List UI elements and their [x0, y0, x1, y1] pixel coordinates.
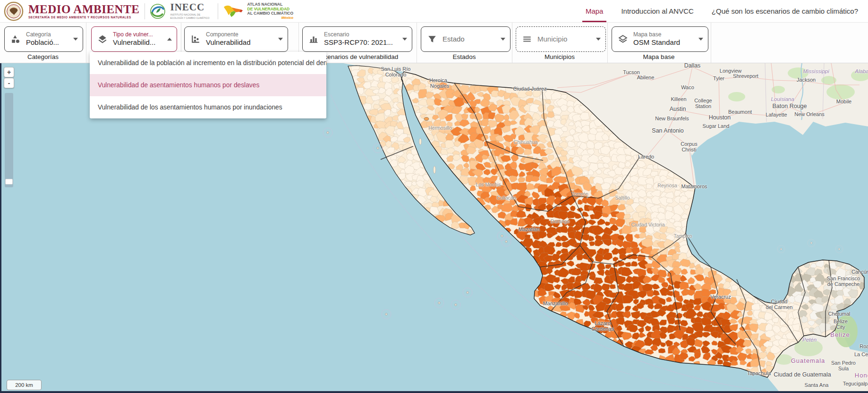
- medio-ambiente-logo[interactable]: MEDIO AMBIENTE SECRETARÍA DE MEDIO AMBIE…: [28, 3, 140, 19]
- nav-item-escenarios[interactable]: ¿Qué son los escenarios de cambio climát…: [703, 0, 867, 22]
- vulnerability-type-menu: Vulnerabilidad de la población al increm…: [90, 52, 326, 118]
- tipo-vulnerabilidad-dropdown[interactable]: Tipo de vulner... Vulnerabilid...: [91, 26, 177, 52]
- categoria-value: Població...: [26, 38, 68, 47]
- chevron-down-icon: [596, 38, 601, 41]
- caption-mapa-base: Mapa base: [643, 53, 675, 60]
- brand-divider: [145, 3, 145, 19]
- nav-item-introduccion[interactable]: Introduccion al ANVCC: [612, 0, 702, 22]
- chevron-down-icon: [698, 38, 703, 41]
- caption-categorias: Categorías: [27, 53, 59, 60]
- zoom-slider-track[interactable]: [5, 93, 13, 187]
- caption-municipios: Municipios: [545, 53, 575, 60]
- inecc-subtitle: INSTITUTO NACIONAL DE ECOLOGÍA Y CAMBIO …: [170, 13, 213, 20]
- window-left-edge: [0, 63, 1, 393]
- inecc-title: INECC: [170, 2, 213, 12]
- section-divider: [711, 22, 711, 63]
- funnel-icon: [427, 34, 437, 44]
- categoria-label: Categoría: [26, 31, 68, 38]
- semarnat-seal-icon: [4, 1, 24, 21]
- menu-item-inundaciones[interactable]: Vulnerabilidad de los asentamientos huma…: [90, 96, 326, 118]
- nav-links: Mapa Introduccion al ANVCC ¿Qué son los …: [577, 0, 867, 22]
- atlas-mexico-icon: [223, 4, 245, 19]
- scale-bar: 200 km: [7, 380, 42, 390]
- componente-dropdown[interactable]: Componente Vulnerabilidad: [184, 26, 288, 52]
- caption-escenarios: Escenarios de vulnerabilidad: [317, 53, 399, 60]
- mapa-base-label: Mapa base: [633, 31, 694, 38]
- inecc-logo-icon: [150, 3, 166, 19]
- escenario-label: Escenario: [324, 31, 398, 38]
- section-divider: [86, 22, 86, 63]
- scatter-icon: [191, 34, 200, 44]
- chevron-down-icon: [501, 38, 505, 41]
- chevron-down-icon: [402, 38, 407, 41]
- brand-row: MEDIO AMBIENTE SECRETARÍA DE MEDIO AMBIE…: [4, 0, 293, 22]
- zoom-slider-handle[interactable]: [5, 179, 13, 184]
- zoom-out-button[interactable]: -: [4, 78, 14, 88]
- window-bottom-edge: [0, 391, 868, 393]
- menu-item-deslaves[interactable]: Vulnerabilidad de asentamientos humanos …: [90, 74, 326, 96]
- chevron-down-icon: [278, 38, 283, 41]
- atlas-line4: México: [247, 16, 294, 20]
- top-nav: MEDIO AMBIENTE SECRETARÍA DE MEDIO AMBIE…: [0, 0, 868, 23]
- layers-icon: [98, 34, 107, 44]
- basemap-icon: [618, 34, 628, 44]
- estado-dropdown[interactable]: Estado: [421, 26, 511, 52]
- caption-estados: Estados: [453, 53, 476, 60]
- estado-value: Estado: [443, 35, 465, 43]
- inecc-logo[interactable]: INECC INSTITUTO NACIONAL DE ECOLOGÍA Y C…: [170, 2, 213, 20]
- menu-item-dengue[interactable]: Vulnerabilidad de la población al increm…: [90, 52, 326, 74]
- escenario-value: SSP3-RCP70: 2021...: [324, 38, 398, 47]
- medio-ambiente-title: MEDIO AMBIENTE: [28, 3, 140, 15]
- tipo-value: Vulnerabilid...: [113, 38, 162, 47]
- bar-chart-icon: [309, 34, 318, 44]
- atlas-logo[interactable]: ATLAS NACIONAL DE VULNERABILIDAD AL CAMB…: [223, 2, 294, 20]
- section-divider: [417, 22, 417, 63]
- brand-divider-2: [218, 3, 218, 19]
- mapa-base-dropdown[interactable]: Mapa base OSM Standard: [612, 26, 708, 52]
- componente-label: Componente: [206, 31, 273, 38]
- municipio-value: Municipio: [537, 35, 567, 43]
- chevron-down-icon: [73, 38, 78, 41]
- componente-value: Vulnerabilidad: [206, 38, 273, 47]
- tipo-label: Tipo de vulner...: [113, 31, 162, 38]
- nav-item-mapa[interactable]: Mapa: [577, 0, 613, 22]
- chevron-up-icon: [167, 38, 172, 41]
- medio-ambiente-subtitle: SECRETARÍA DE MEDIO AMBIENTE Y RECURSOS …: [28, 16, 140, 19]
- municipio-dropdown[interactable]: Municipio: [516, 26, 606, 52]
- zoom-in-button[interactable]: +: [4, 67, 14, 77]
- categoria-dropdown[interactable]: Categoría Població...: [4, 26, 83, 52]
- section-divider: [512, 22, 512, 63]
- section-divider: [607, 22, 608, 63]
- menu-icon: [522, 34, 532, 44]
- mapa-base-value: OSM Standard: [633, 38, 694, 47]
- anvcc-app: MEDIO AMBIENTE SECRETARÍA DE MEDIO AMBIE…: [0, 0, 868, 393]
- shapes-icon: [11, 34, 20, 44]
- escenario-dropdown[interactable]: Escenario SSP3-RCP70: 2021...: [302, 26, 412, 52]
